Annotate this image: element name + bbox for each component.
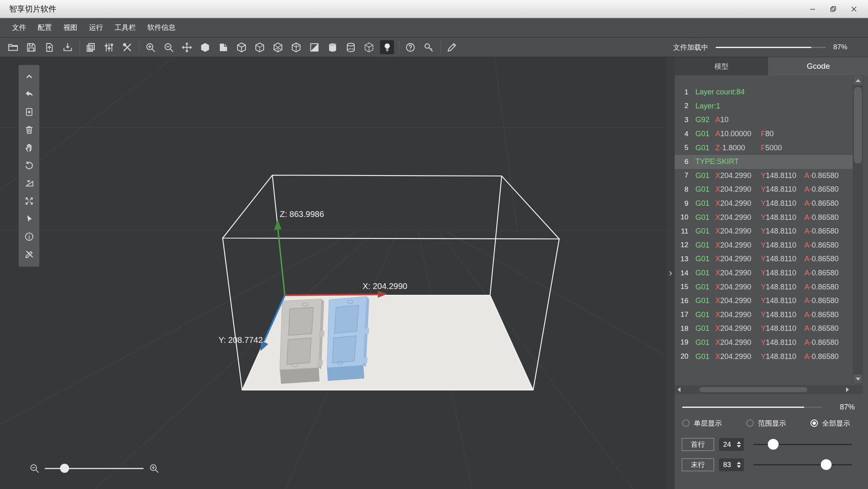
view-cylinder-solid-button[interactable] (325, 40, 339, 54)
last-line-slider-thumb[interactable] (821, 459, 832, 470)
machine-tools-button[interactable] (120, 40, 134, 54)
gcode-line[interactable]: 11G01X204.2990Y148.8110A-0.86580 (675, 224, 853, 238)
duplicate-model-button[interactable] (84, 40, 98, 54)
view-solid-cube-button[interactable] (198, 40, 212, 54)
save-file-button[interactable] (24, 40, 38, 54)
gcode-line[interactable]: 19G01X204.2990Y148.8110A-0.86580 (675, 336, 853, 350)
viewport-3d[interactable]: Z: 863.9986 X: 204.2990 Y: 208.7742 (0, 57, 666, 489)
fit-view-button[interactable] (22, 194, 36, 208)
gcode-line[interactable]: 1Layer count:84 (675, 85, 853, 99)
view-cylinder-wire-button[interactable] (344, 40, 358, 54)
gcode-line[interactable]: 9G01X204.2990Y148.8110A-0.86580 (675, 197, 853, 211)
model-info-button[interactable] (22, 230, 36, 243)
tune-params-button[interactable] (102, 40, 116, 54)
first-line-button[interactable]: 首行 (682, 438, 714, 451)
gcode-line[interactable]: 8G01X204.2990Y148.8110A-0.86580 (675, 183, 853, 197)
menu-item-3[interactable]: 视图 (58, 23, 83, 32)
annotate-pen-button[interactable] (445, 40, 459, 54)
menu-item-5[interactable]: 工具栏 (109, 23, 142, 32)
tab-gcode[interactable]: Gcode (769, 57, 868, 75)
zoom-in-button[interactable] (143, 40, 157, 54)
import-model-button[interactable] (42, 40, 56, 54)
view-points-button[interactable] (362, 40, 376, 54)
menu-item-1[interactable]: 文件 (12, 23, 32, 32)
view-surface-button[interactable] (216, 40, 230, 54)
gcode-line[interactable]: 2Layer:1 (675, 99, 853, 113)
select-pointer-button[interactable] (22, 212, 36, 226)
gcode-vertical-scrollbar[interactable] (853, 75, 863, 384)
spinner-arrows-icon[interactable] (737, 462, 741, 468)
gcode-line-number: 2 (675, 102, 688, 110)
gcode-line[interactable]: 17G01X204.2990Y148.8110A-0.86580 (675, 308, 853, 322)
scroll-down-button[interactable] (854, 374, 862, 383)
menu-item-4[interactable]: 运行 (83, 23, 109, 32)
spinner-arrows-icon[interactable] (737, 441, 741, 448)
scroll-up-button[interactable] (854, 76, 862, 85)
rotate-model-button[interactable] (22, 176, 36, 190)
gcode-token-group: Y148.8110 (761, 296, 804, 305)
pan-hand-button[interactable] (22, 141, 36, 154)
light-bulb-button[interactable] (380, 40, 394, 54)
gcode-line[interactable]: 12G01X204.2990Y148.8110A-0.86580 (675, 238, 853, 253)
tab-model[interactable]: 模型 (675, 57, 769, 75)
close-button[interactable] (846, 3, 861, 15)
radio-range[interactable]: 范围显示 (746, 417, 786, 429)
collapse-up-button[interactable] (22, 70, 36, 83)
add-model-button[interactable] (22, 105, 36, 119)
gcode-line[interactable]: 14G01X204.2990Y148.8110A-0.86580 (675, 266, 853, 280)
rotate-view-button[interactable] (22, 159, 36, 172)
delete-model-icon (24, 125, 34, 135)
view-wireframe-4-button[interactable] (289, 40, 303, 54)
delete-model-button[interactable] (22, 123, 36, 137)
view-wireframe-2-button[interactable] (252, 40, 267, 54)
view-half-section-button[interactable] (307, 40, 321, 54)
open-file-button[interactable] (6, 40, 20, 54)
horizontal-scroll-thumb[interactable] (700, 387, 807, 392)
help-button[interactable] (403, 40, 417, 54)
vertical-scroll-thumb[interactable] (854, 87, 862, 164)
radio-show-all[interactable]: 全部显示 (810, 417, 850, 429)
gcode-token-group: X204.2990 (715, 269, 761, 277)
last-line-slider[interactable] (753, 458, 852, 471)
view-wireframe-3-button[interactable] (271, 40, 285, 54)
gcode-line[interactable]: 20G01X204.2990Y148.8110A-0.86580 (675, 349, 853, 364)
model-blue[interactable] (327, 296, 369, 381)
panel-collapse-handle[interactable]: › (666, 267, 675, 279)
minimize-button[interactable] (805, 3, 820, 15)
restore-button[interactable] (826, 3, 841, 15)
radio-single-layer[interactable]: 单层显示 (682, 417, 722, 429)
measure-button[interactable] (22, 248, 36, 261)
gcode-line[interactable]: 15G01X204.2990Y148.8110A-0.86580 (675, 280, 853, 294)
scroll-right-button[interactable] (844, 385, 851, 394)
gcode-line[interactable]: 5G01Z-1.8000F5000 (675, 141, 853, 155)
undo-button[interactable] (22, 87, 36, 101)
viewport-zoom-slider[interactable] (45, 463, 144, 474)
export-gcode-button[interactable] (60, 40, 75, 54)
scroll-left-button[interactable] (675, 385, 683, 394)
last-line-spinner[interactable]: 83 (719, 458, 744, 471)
view-wireframe-1-button[interactable] (234, 40, 248, 54)
gcode-line[interactable]: 7G01X204.2990Y148.8110A-0.86580 (675, 169, 853, 183)
gcode-line[interactable]: 18G01X204.2990Y148.8110A-0.86580 (675, 322, 853, 336)
gcode-line[interactable]: 6TYPE:SKIRT (675, 155, 853, 169)
menu-item-6[interactable]: 软件信息 (142, 23, 181, 32)
zoom-slider-thumb[interactable] (60, 464, 69, 473)
zoom-out-icon[interactable] (29, 463, 40, 474)
zoom-in-icon[interactable] (149, 463, 159, 474)
model-gray[interactable] (280, 299, 325, 384)
first-line-slider[interactable] (753, 438, 852, 451)
first-line-spinner[interactable]: 24 (719, 438, 744, 451)
zoom-out-button[interactable] (161, 40, 176, 54)
move-view-button[interactable] (180, 40, 194, 54)
last-line-button[interactable]: 末行 (682, 458, 714, 471)
gcode-line[interactable]: 10G01X204.2990Y148.8110A-0.86580 (675, 210, 853, 224)
gcode-line[interactable]: 3G92A10 (675, 113, 853, 127)
gcode-line[interactable]: 13G01X204.2990Y148.8110A-0.86580 (675, 252, 853, 266)
first-line-slider-thumb[interactable] (768, 439, 779, 450)
gcode-line[interactable]: 16G01X204.2990Y148.8110A-0.86580 (675, 294, 853, 308)
search-key-button[interactable] (421, 40, 435, 54)
menu-item-2[interactable]: 配置 (32, 23, 58, 32)
gcode-list[interactable]: 1Layer count:842Layer:13G92A104G01A10.00… (675, 75, 853, 384)
gcode-line[interactable]: 4G01A10.00000F80 (675, 127, 853, 141)
gcode-horizontal-scrollbar[interactable] (675, 385, 863, 394)
